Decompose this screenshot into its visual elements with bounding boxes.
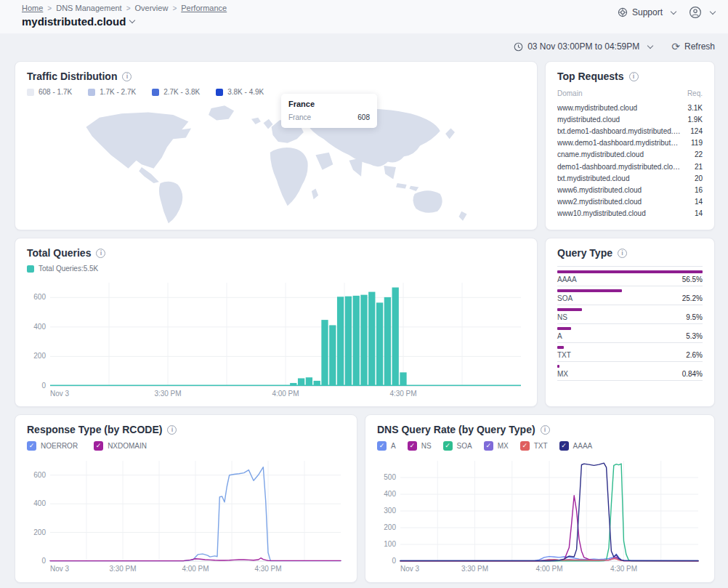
total-queries-bar-chart: 0200400600Nov 33:30 PM4:00 PM4:30 PM bbox=[27, 277, 527, 399]
info-icon[interactable]: i bbox=[629, 72, 639, 81]
svg-text:400: 400 bbox=[33, 323, 46, 331]
card-title: DNS Query Rate (by Query Type) bbox=[377, 424, 535, 435]
legend-swatch bbox=[152, 89, 159, 96]
world-map-container bbox=[27, 99, 525, 229]
legend-label: 608 - 1.7K bbox=[39, 88, 72, 96]
svg-text:Nov 3: Nov 3 bbox=[400, 565, 420, 573]
query-type-percent: 56.5% bbox=[682, 275, 703, 283]
support-menu[interactable]: Support bbox=[618, 7, 676, 17]
query-type-label: MX bbox=[557, 370, 568, 378]
table-header: Domain Req. bbox=[557, 89, 703, 102]
svg-text:600: 600 bbox=[33, 471, 46, 479]
req-cell: 119 bbox=[691, 139, 703, 147]
series-label: NS bbox=[421, 442, 432, 450]
domain-cell: mydistributed.cloud bbox=[557, 116, 620, 124]
domain-cell: www6.mydistributed.cloud bbox=[557, 186, 642, 194]
date-range-picker[interactable]: 03 Nov 03:00PM to 04:59PM bbox=[514, 41, 652, 52]
traffic-distribution-card: Traffic Distribution i 608 - 1.7K 1.7K -… bbox=[15, 61, 538, 230]
response-type-line-chart: 0200400600Nov 33:30 PM4:00 PM4:30 PM bbox=[27, 455, 347, 574]
dashboard-content: Traffic Distribution i 608 - 1.7K 1.7K -… bbox=[0, 55, 728, 588]
breadcrumb-overview[interactable]: Overview bbox=[135, 4, 169, 12]
legend-swatch bbox=[27, 89, 34, 96]
domain-cell: txt.demo1-dashboard.mydistributed.cloud bbox=[557, 127, 681, 135]
query-type-card: Query Type i AAAA56.5%SOA25.2%NS9.5%A5.3… bbox=[545, 238, 715, 407]
breadcrumb-home[interactable]: Home bbox=[22, 4, 43, 12]
info-icon[interactable]: i bbox=[618, 249, 627, 258]
table-row: txt.mydistributed.cloud 20 bbox=[557, 172, 703, 184]
query-type-percent: 0.84% bbox=[682, 370, 703, 378]
info-icon[interactable]: i bbox=[122, 72, 132, 81]
date-range-label: 03 Nov 03:00PM to 04:59PM bbox=[527, 41, 639, 52]
svg-text:3:30 PM: 3:30 PM bbox=[461, 565, 488, 573]
breadcrumb-performance[interactable]: Performance bbox=[181, 4, 227, 12]
legend-item[interactable]: 2.7K - 3.8K bbox=[152, 88, 200, 96]
series-toggle[interactable]: ✓ NS bbox=[408, 441, 432, 451]
legend-item[interactable]: 608 - 1.7K bbox=[27, 88, 72, 96]
query-type-row: AAAA56.5% bbox=[557, 270, 703, 286]
series-toggle[interactable]: ✓ A bbox=[377, 441, 396, 451]
breadcrumb-separator: > bbox=[172, 4, 177, 12]
top-requests-card: Top Requests i Domain Req. www.mydistrib… bbox=[545, 61, 715, 230]
svg-text:200: 200 bbox=[33, 352, 46, 360]
map-tooltip: France France 608 bbox=[281, 94, 377, 128]
top-requests-rows: www.mydistributed.cloud 3.1K mydistribut… bbox=[557, 102, 703, 220]
checkbox-icon: ✓ bbox=[377, 441, 387, 451]
breadcrumb-separator: > bbox=[47, 4, 52, 12]
series-toggle[interactable]: ✓ TXT bbox=[520, 441, 548, 451]
info-icon[interactable]: i bbox=[96, 249, 105, 258]
world-map[interactable] bbox=[27, 99, 527, 226]
clock-icon bbox=[514, 42, 523, 52]
series-toggle[interactable]: ✓ NOERROR bbox=[27, 441, 78, 451]
legend-label: 3.8K - 4.9K bbox=[227, 88, 264, 96]
svg-text:4:30 PM: 4:30 PM bbox=[610, 565, 637, 573]
legend-item[interactable]: 3.8K - 4.9K bbox=[216, 88, 264, 96]
query-type-percent: 5.3% bbox=[686, 332, 703, 340]
svg-text:100: 100 bbox=[384, 540, 396, 548]
tooltip-title: France bbox=[288, 100, 370, 108]
svg-text:Nov 3: Nov 3 bbox=[50, 390, 70, 398]
table-row: www.mydistributed.cloud 3.1K bbox=[557, 102, 703, 113]
zone-selector[interactable]: mydistributed.cloud bbox=[22, 15, 716, 28]
breadcrumb-dns-management[interactable]: DNS Management bbox=[56, 4, 122, 12]
query-type-row: NS9.5% bbox=[557, 308, 703, 324]
dns-query-rate-legend: ✓ A ✓ NS ✓ SOA ✓ MX bbox=[377, 441, 703, 451]
req-cell: 124 bbox=[690, 127, 703, 135]
top-bar: Home> DNS Management> Overview> Performa… bbox=[0, 0, 728, 33]
req-cell: 22 bbox=[695, 150, 703, 158]
series-toggle[interactable]: ✓ MX bbox=[484, 441, 509, 451]
query-type-bar bbox=[557, 346, 564, 349]
query-type-label: A bbox=[557, 332, 562, 340]
series-toggle[interactable]: ✓ NXDOMAIN bbox=[94, 441, 147, 451]
breadcrumb: Home> DNS Management> Overview> Performa… bbox=[22, 4, 716, 12]
info-icon[interactable]: i bbox=[541, 425, 550, 435]
account-menu[interactable] bbox=[689, 6, 715, 19]
table-row: www.demo1-dashboard.mydistributed.cloud … bbox=[557, 137, 703, 149]
series-toggle[interactable]: ✓ AAAA bbox=[559, 441, 593, 451]
breadcrumb-separator: > bbox=[126, 4, 131, 12]
req-cell: 20 bbox=[695, 174, 703, 182]
series-label: NOERROR bbox=[41, 442, 78, 450]
total-queries-legend: Total Queries:5.5K bbox=[27, 265, 525, 273]
legend-label: Total Queries:5.5K bbox=[39, 265, 98, 273]
query-type-percent: 2.6% bbox=[686, 351, 703, 359]
legend-item[interactable]: 1.7K - 2.7K bbox=[88, 88, 136, 96]
refresh-button[interactable]: ⟳ Refresh bbox=[671, 41, 715, 52]
query-type-percent: 25.2% bbox=[682, 294, 703, 302]
domain-cell: demo1-dashboard.mydistributed.cloud bbox=[557, 163, 681, 171]
query-type-bar bbox=[557, 289, 622, 292]
legend-swatch bbox=[88, 89, 95, 96]
query-type-row: MX0.84% bbox=[557, 365, 703, 381]
refresh-icon: ⟳ bbox=[671, 41, 680, 52]
query-type-label: AAAA bbox=[557, 275, 577, 283]
column-req: Req. bbox=[687, 89, 703, 97]
series-toggle[interactable]: ✓ SOA bbox=[443, 441, 472, 451]
info-icon[interactable]: i bbox=[167, 425, 177, 435]
card-title: Traffic Distribution bbox=[27, 71, 117, 82]
domain-cell: www10.mydistributed.cloud bbox=[557, 209, 646, 217]
query-type-list: AAAA56.5%SOA25.2%NS9.5%A5.3%TXT2.6%MX0.8… bbox=[557, 266, 703, 381]
legend-item[interactable]: Total Queries:5.5K bbox=[27, 265, 98, 273]
tooltip-region-label: France bbox=[288, 113, 311, 121]
response-type-card: Response Type (by RCODE) i ✓ NOERROR ✓ N… bbox=[15, 414, 357, 583]
table-row: mydistributed.cloud 1.9K bbox=[557, 113, 703, 125]
table-row: cname.mydistributed.cloud 22 bbox=[557, 149, 703, 161]
